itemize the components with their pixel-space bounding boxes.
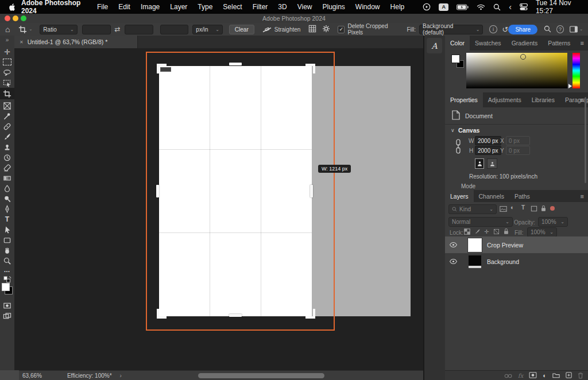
crop-ratio-select[interactable]: Ratio ⌄ <box>40 25 77 34</box>
workspace-switcher[interactable]: ⌄ <box>570 26 583 33</box>
app-search-icon[interactable] <box>544 25 551 34</box>
filter-shape-layers-icon[interactable] <box>531 205 537 213</box>
spotlight-search-icon[interactable] <box>493 3 501 11</box>
filter-smart-objects-icon[interactable] <box>540 205 547 213</box>
layer-thumbnail[interactable] <box>468 238 482 252</box>
panel-menu-icon[interactable]: ≡ <box>581 40 584 46</box>
input-source-icon[interactable]: A <box>439 3 448 11</box>
crop-overlay-options-icon[interactable] <box>308 25 316 34</box>
document-tab[interactable]: ✕ Untitled-1 @ 63,7% (RGB/8) * <box>14 36 138 48</box>
hue-slider-marker[interactable] <box>568 84 572 88</box>
hue-slider[interactable] <box>572 53 580 88</box>
spot-healing-brush-tool[interactable] <box>0 121 14 131</box>
screen-mode-icon[interactable] <box>0 311 14 321</box>
menu-edit[interactable]: Edit <box>118 3 130 11</box>
wifi-icon[interactable] <box>477 4 485 10</box>
color-field[interactable] <box>466 53 567 88</box>
visibility-eye-icon[interactable] <box>450 242 457 249</box>
mode-label[interactable]: Mode <box>461 183 475 189</box>
horizontal-scrollbar-thumb[interactable] <box>198 373 324 378</box>
rectangle-tool[interactable] <box>0 235 14 245</box>
crop-info-icon[interactable]: i <box>489 25 497 33</box>
tab-adjustments[interactable]: Adjustments <box>483 92 527 107</box>
properties-scrollbar-thumb[interactable] <box>585 97 586 183</box>
blur-tool[interactable] <box>0 183 14 193</box>
lasso-tool[interactable] <box>0 67 14 77</box>
orientation-landscape-button[interactable] <box>487 158 497 169</box>
menu-layer[interactable]: Layer <box>170 3 187 11</box>
help-icon[interactable]: ? <box>556 25 564 33</box>
rectangular-marquee-tool[interactable] <box>0 57 14 67</box>
brush-tool[interactable] <box>0 131 14 142</box>
new-layer-icon[interactable] <box>566 372 572 379</box>
filter-pixel-layers-icon[interactable] <box>500 205 507 214</box>
foreground-background-colors[interactable] <box>0 281 14 298</box>
menu-select[interactable]: Select <box>223 3 242 11</box>
tab-channels[interactable]: Channels <box>474 190 509 202</box>
menu-file[interactable]: File <box>97 3 108 11</box>
menu-view[interactable]: View <box>297 3 312 11</box>
reset-tool-icon[interactable]: ↺ <box>502 25 509 34</box>
new-adjustment-layer-icon[interactable]: ◐ <box>543 373 547 379</box>
path-selection-tool[interactable] <box>0 224 14 235</box>
tab-layers[interactable]: Layers <box>445 190 474 202</box>
crop-height-field[interactable] <box>125 25 153 34</box>
zoom-level-field[interactable]: 63,66% <box>22 373 42 379</box>
opacity-select[interactable]: 100% ⌄ <box>538 217 568 227</box>
object-selection-tool[interactable] <box>0 77 14 88</box>
lock-all-icon[interactable] <box>503 228 509 236</box>
add-layer-mask-icon[interactable] <box>529 372 537 379</box>
tab-swatches[interactable]: Swatches <box>470 36 506 51</box>
clone-stamp-tool[interactable] <box>0 142 14 152</box>
dodge-tool[interactable] <box>0 193 14 204</box>
control-center-icon[interactable] <box>520 3 528 10</box>
canvas-section-label[interactable]: Canvas <box>458 127 479 134</box>
layer-filter-select[interactable]: Kind ⌄ <box>448 204 497 214</box>
status-options-chevron-icon[interactable]: › <box>120 373 122 379</box>
layer-row-background[interactable]: Background <box>445 253 588 270</box>
type-tool[interactable]: T <box>0 214 14 224</box>
crop-resolution-field[interactable] <box>160 25 189 34</box>
share-button[interactable]: Share <box>508 25 537 34</box>
battery-icon[interactable] <box>457 4 469 10</box>
fill-mode-select[interactable]: Background (default) ⌄ <box>419 25 483 34</box>
lock-frame-icon[interactable] <box>493 228 500 236</box>
menu-filter[interactable]: Filter <box>253 3 268 11</box>
screen-mirroring-icon[interactable] <box>423 3 431 11</box>
filter-on-indicator[interactable] <box>550 206 555 211</box>
apple-logo-icon[interactable] <box>8 3 16 11</box>
clear-button[interactable]: Clear <box>229 25 254 34</box>
link-layers-icon[interactable] <box>504 373 512 379</box>
layer-row-crop-preview[interactable]: Crop Preview <box>445 236 588 253</box>
layer-name[interactable]: Background <box>487 258 519 265</box>
tab-color[interactable]: Color <box>445 36 470 51</box>
move-tool[interactable]: ✛ <box>0 46 14 57</box>
quick-mask-mode-icon[interactable] <box>0 300 14 311</box>
link-dimensions-icon[interactable] <box>455 138 461 156</box>
zoom-tool[interactable] <box>0 255 14 266</box>
canvas-section-chevron-icon[interactable]: ∨ <box>451 127 455 133</box>
tab-patterns[interactable]: Patterns <box>543 36 575 51</box>
crop-tool-badge[interactable]: ⌄ <box>18 25 32 34</box>
filter-type-layers-icon[interactable]: T <box>521 204 525 211</box>
eyedropper-tool[interactable] <box>0 111 14 121</box>
lock-position-icon[interactable]: ✛ <box>484 228 489 235</box>
canvas-x-field[interactable]: 0 px <box>506 136 530 145</box>
frame-tool[interactable] <box>0 100 14 111</box>
menu-image[interactable]: Image <box>141 3 160 11</box>
foreground-color-chip[interactable] <box>451 55 460 63</box>
pen-tool[interactable] <box>0 204 14 214</box>
color-field-picker-ring[interactable] <box>520 54 526 60</box>
toolbar-overflow-icon[interactable]: » <box>0 36 14 44</box>
menubar-collapse-chevron-icon[interactable]: ‹ <box>509 2 512 11</box>
tab-libraries[interactable]: Libraries <box>527 92 560 107</box>
visibility-eye-icon[interactable] <box>450 258 457 265</box>
swap-width-height-icon[interactable]: ⇄ <box>115 25 121 33</box>
panel-menu-icon[interactable]: ≡ <box>581 193 584 200</box>
lock-transparency-icon[interactable] <box>464 228 470 236</box>
blend-mode-select[interactable]: Normal ⌄ <box>448 217 513 227</box>
home-icon[interactable]: ⌂ <box>5 25 10 34</box>
lock-pixels-icon[interactable] <box>474 228 481 236</box>
filter-adjustment-layers-icon[interactable]: ◐ <box>510 204 514 211</box>
history-brush-tool[interactable] <box>0 152 14 162</box>
